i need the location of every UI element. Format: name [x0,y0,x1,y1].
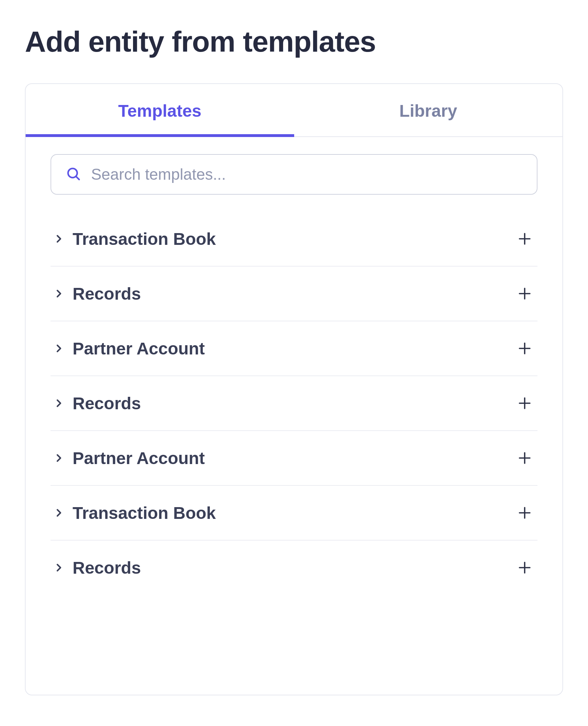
tab-bar: Templates Library [26,84,562,137]
add-button[interactable] [515,284,535,304]
page-title: Add entity from templates [25,25,563,58]
chevron-right-icon [53,562,64,573]
search-icon [65,166,81,183]
tab-templates[interactable]: Templates [26,84,294,136]
chevron-right-icon [53,233,64,244]
tab-label: Library [399,101,457,120]
tab-label: Templates [118,101,201,120]
template-name: Partner Account [73,448,506,468]
templates-panel: Templates Library Transaction Book [25,83,563,695]
tab-library[interactable]: Library [294,84,563,136]
template-row[interactable]: Records [51,267,537,321]
search-input[interactable] [91,165,523,183]
template-name: Records [73,284,506,304]
search-field[interactable] [51,154,537,195]
template-row[interactable]: Partner Account [51,321,537,376]
chevron-right-icon [53,343,64,354]
add-button[interactable] [515,503,535,523]
add-button[interactable] [515,558,535,578]
template-name: Transaction Book [73,503,506,523]
add-button[interactable] [515,229,535,249]
add-button[interactable] [515,448,535,468]
template-row[interactable]: Transaction Book [51,212,537,267]
template-row[interactable]: Partner Account [51,431,537,486]
template-name: Partner Account [73,339,506,358]
chevron-right-icon [53,398,64,409]
template-row[interactable]: Transaction Book [51,486,537,541]
chevron-right-icon [53,453,64,463]
tab-content[interactable]: Transaction Book Records Par [26,137,562,695]
add-button[interactable] [515,393,535,413]
template-row[interactable]: Records [51,376,537,431]
template-name: Records [73,394,506,413]
chevron-right-icon [53,288,64,299]
add-button[interactable] [515,338,535,358]
template-name: Records [73,558,506,578]
svg-line-1 [76,177,79,180]
chevron-right-icon [53,507,64,518]
template-row[interactable]: Records [51,541,537,595]
template-name: Transaction Book [73,229,506,249]
template-list: Transaction Book Records Par [51,212,537,595]
